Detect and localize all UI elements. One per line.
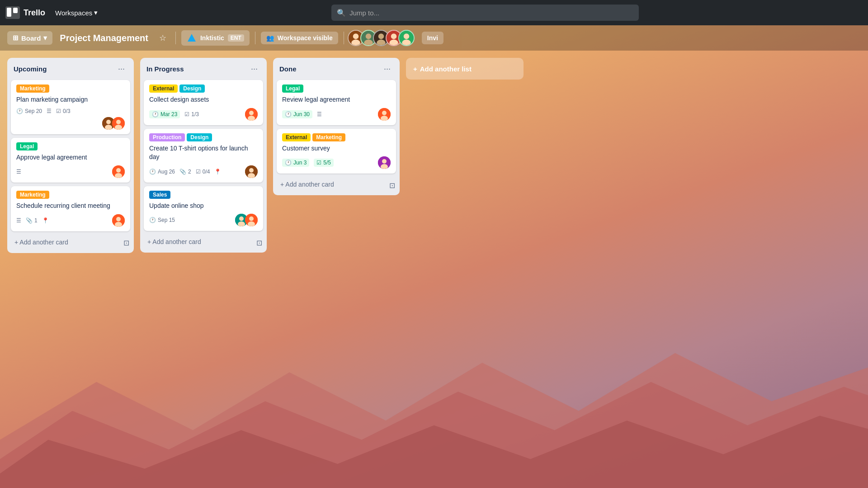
card-footer: 🕐 Jun 3 ☑ 5/5 (282, 156, 391, 169)
board-view-button[interactable]: ⊞ Board ▾ (7, 31, 52, 45)
card-avatar (112, 165, 125, 178)
trello-brand-name: Trello (24, 8, 45, 18)
clock-icon: 🕐 (285, 111, 292, 117)
card-labels: External Design (149, 84, 258, 93)
card-date-green: 🕐 Mar 23 (149, 110, 180, 118)
clock-icon: 🕐 (285, 160, 292, 166)
workspace-visible-button[interactable]: 👥 Workspace visible (261, 32, 338, 44)
add-list-button[interactable]: + Add another list (406, 58, 524, 80)
card-footer: 🕐 Mar 23 ☑ 1/3 (149, 108, 258, 121)
card-schedule-meeting[interactable]: Marketing Schedule recurring client meet… (11, 186, 130, 231)
checklist-icon: ☑ (316, 160, 321, 166)
clock-icon: 🕐 (149, 217, 156, 223)
list-title-upcoming: Upcoming (14, 65, 47, 73)
inktistic-button[interactable]: Inktistic ENT (181, 30, 250, 46)
add-card-button-inprogress[interactable]: + Add another card (142, 235, 254, 249)
chevron-down-icon: ▾ (43, 34, 47, 42)
label-design: Design (179, 84, 205, 93)
svg-point-17 (391, 33, 396, 39)
card-template-button[interactable]: ⊡ (387, 179, 398, 192)
card-meta: 🕐 Mar 23 ☑ 1/3 (149, 110, 199, 118)
workspaces-button[interactable]: Workspaces ▾ (51, 6, 102, 19)
list-cards-inprogress: External Design Collect design assets 🕐 … (140, 78, 267, 233)
label-external: External (149, 84, 178, 93)
clock-icon: 🕐 (152, 111, 159, 117)
card-meta: ☰ 📎 1 📍 (16, 217, 49, 224)
people-icon: 👥 (266, 34, 274, 42)
card-avatar (245, 108, 258, 121)
svg-point-50 (382, 159, 387, 164)
label-legal: Legal (16, 142, 38, 150)
label-marketing: Marketing (16, 191, 49, 199)
card-plan-marketing[interactable]: Marketing Plan marketing campaign 🕐 Sep … (11, 80, 130, 134)
card-attachments: 📎 2 (179, 169, 191, 175)
label-production: Production (149, 133, 185, 141)
card-approve-legal[interactable]: Legal Approve legal agreement ☰ (11, 138, 130, 183)
list-header-done: Done ··· (273, 58, 400, 78)
label-marketing: Marketing (312, 133, 345, 141)
card-tshirt-options[interactable]: Production Design Create 10 T-shirt opti… (144, 129, 263, 183)
list-menu-button-done[interactable]: ··· (381, 63, 393, 75)
avatar-5[interactable] (398, 30, 415, 46)
label-external: External (282, 133, 311, 141)
card-labels: Marketing (16, 191, 125, 199)
svg-point-11 (366, 33, 371, 39)
card-customer-survey[interactable]: External Marketing Customer survey 🕐 Jun… (277, 129, 396, 174)
svg-point-41 (239, 216, 244, 221)
trello-logo[interactable]: Trello (5, 6, 45, 19)
checklist-icon: ☑ (196, 169, 201, 175)
member-avatars (351, 30, 415, 46)
card-review-legal[interactable]: Legal Review legal agreement 🕐 Jun 30 ☰ (277, 80, 396, 125)
card-avatars (378, 108, 391, 121)
card-date: 🕐 Sep 15 (149, 217, 175, 223)
card-footer: 🕐 Jun 30 ☰ (282, 108, 391, 121)
card-avatars (235, 214, 258, 226)
invite-button[interactable]: Invi (422, 32, 443, 44)
board-icon: ⊞ (13, 34, 19, 42)
svg-point-14 (378, 33, 384, 39)
add-card-button-upcoming[interactable]: + Add another card (9, 235, 121, 249)
card-avatar (245, 214, 258, 226)
divider2 (255, 32, 255, 44)
card-avatar (112, 117, 125, 130)
board-title: Project Management (60, 33, 148, 43)
card-avatar (112, 214, 125, 227)
card-title: Plan marketing campaign (16, 95, 125, 104)
svg-point-12 (364, 40, 373, 46)
star-button[interactable]: ☆ (156, 31, 170, 45)
add-card-button-done[interactable]: + Add another card (275, 177, 387, 192)
svg-point-20 (404, 33, 409, 39)
card-template-button[interactable]: ⊡ (121, 237, 132, 249)
search-bar[interactable]: 🔍 (331, 5, 639, 21)
card-footer: ☰ 📎 1 📍 (16, 214, 125, 227)
svg-point-29 (116, 168, 121, 173)
card-labels: Legal (16, 142, 125, 150)
list-cards-upcoming: Marketing Plan marketing campaign 🕐 Sep … (7, 78, 134, 233)
list-upcoming: Upcoming ··· Marketing Plan marketing ca… (7, 58, 134, 253)
card-collect-design[interactable]: External Design Collect design assets 🕐 … (144, 80, 263, 125)
svg-point-8 (353, 33, 359, 39)
board-content: Upcoming ··· Marketing Plan marketing ca… (0, 51, 868, 488)
card-title: Schedule recurring client meeting (16, 202, 125, 211)
card-footer (16, 117, 125, 130)
search-input[interactable] (349, 9, 633, 17)
plus-icon: + (413, 65, 417, 73)
attachment-icon: 📎 (179, 169, 186, 175)
divider3 (344, 32, 344, 44)
ent-badge: ENT (228, 34, 244, 42)
checklist-icon: ☑ (184, 111, 189, 117)
card-meta: 🕐 Jun 30 ☰ (282, 110, 322, 118)
card-desc: ☰ (317, 111, 322, 117)
list-menu-button-inprogress[interactable]: ··· (248, 63, 260, 75)
card-date: 🕐 Sep 20 (16, 108, 42, 114)
list-menu-button-upcoming[interactable]: ··· (115, 63, 127, 75)
chevron-down-icon: ▾ (94, 9, 98, 17)
card-avatars (245, 108, 258, 121)
inktistic-logo-icon (187, 33, 197, 43)
card-update-shop[interactable]: Sales Update online shop 🕐 Sep 15 (144, 186, 263, 231)
card-template-button[interactable]: ⊡ (254, 237, 265, 249)
card-footer: 🕐 Aug 26 📎 2 ☑ 0/4 📍 (149, 165, 258, 178)
card-labels: Marketing (16, 84, 125, 93)
card-avatars (112, 165, 125, 178)
svg-point-21 (402, 40, 411, 46)
